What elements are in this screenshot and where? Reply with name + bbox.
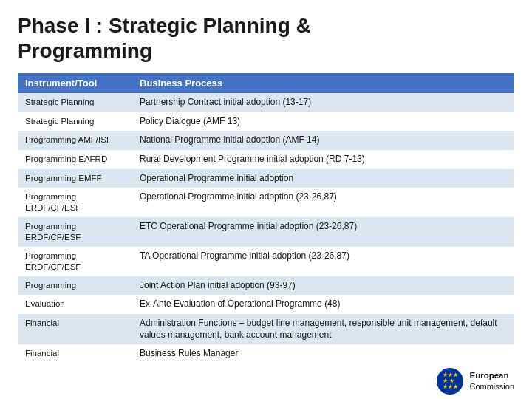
cell-instrument: Programming ERDF/CF/ESF [18,217,132,247]
ec-emblem: ★★★★ ★★★★ [437,368,463,395]
cell-instrument: Financial [18,344,132,364]
title-line2: Programming [18,39,152,62]
cell-process: Policy Dialogue (AMF 13) [132,112,514,132]
page-title: Phase I : Strategic Planning & Programmi… [18,13,514,63]
table-header-row: Instrument/Tool Business Process [18,73,514,93]
cell-process: Joint Action Plan initial adoption (93-9… [132,276,514,296]
cell-instrument: Programming AMF/ISF [18,131,132,150]
ec-text-line2: Commission [469,382,514,391]
cell-process: Operational Programme initial adoption [132,169,514,188]
table-row: Programming ERDF/CF/ESFTA Operational Pr… [18,247,514,276]
cell-instrument: Strategic Planning [18,112,132,132]
cell-process: Administration Functions – budget line m… [132,314,514,344]
cell-process: TA Operational Programme initial adoptio… [132,247,514,276]
table-row: Programming ERDF/CF/ESFETC Operational P… [18,217,514,247]
cell-process: Partnership Contract initial adoption (1… [132,93,514,112]
cell-instrument: Programming [18,276,132,296]
table-row: EvaluationEx-Ante Evaluation of Operatio… [18,295,514,314]
cell-process: Business Rules Manager [132,344,514,364]
table-row: FinancialAdministration Functions – budg… [18,314,514,344]
table-row: FinancialBusiness Rules Manager [18,344,514,364]
col-header-process: Business Process [132,73,514,93]
ec-text-line1: European [469,370,514,381]
table-row: Programming AMF/ISFNational Programme in… [18,131,514,150]
cell-instrument: Strategic Planning [18,93,132,112]
table-row: Strategic PlanningPolicy Dialogue (AMF 1… [18,112,514,132]
cell-instrument: Programming EAFRD [18,150,132,169]
cell-process: Rural Development Programme initial adop… [132,150,514,169]
table-row: Programming EAFRDRural Development Progr… [18,150,514,169]
table-row: Programming ERDF/CF/ESFOperational Progr… [18,188,514,217]
data-table: Instrument/Tool Business Process Strateg… [18,73,514,364]
cell-instrument: Financial [18,314,132,344]
cell-process: ETC Operational Programme initial adopti… [132,217,514,247]
col-header-instrument: Instrument/Tool [18,73,132,93]
cell-instrument: Programming ERDF/CF/ESF [18,188,132,217]
cell-process: Operational Programme initial adoption (… [132,188,514,217]
cell-instrument: Programming EMFF [18,169,132,188]
footer: ★★★★ ★★★★ European Commission [18,364,514,395]
title-line1: Phase I : Strategic Planning & [18,14,311,37]
table-row: ProgrammingJoint Action Plan initial ado… [18,276,514,296]
table-row: Strategic PlanningPartnership Contract i… [18,93,514,112]
table-row: Programming EMFFOperational Programme in… [18,169,514,188]
ec-text: European Commission [469,370,514,392]
cell-process: Ex-Ante Evaluation of Operational Progra… [132,295,514,314]
cell-instrument: Programming ERDF/CF/ESF [18,247,132,276]
cell-process: National Programme initial adoption (AMF… [132,131,514,150]
page: Phase I : Strategic Planning & Programmi… [0,0,532,399]
cell-instrument: Evaluation [18,295,132,314]
ec-logo: ★★★★ ★★★★ European Commission [437,368,514,395]
